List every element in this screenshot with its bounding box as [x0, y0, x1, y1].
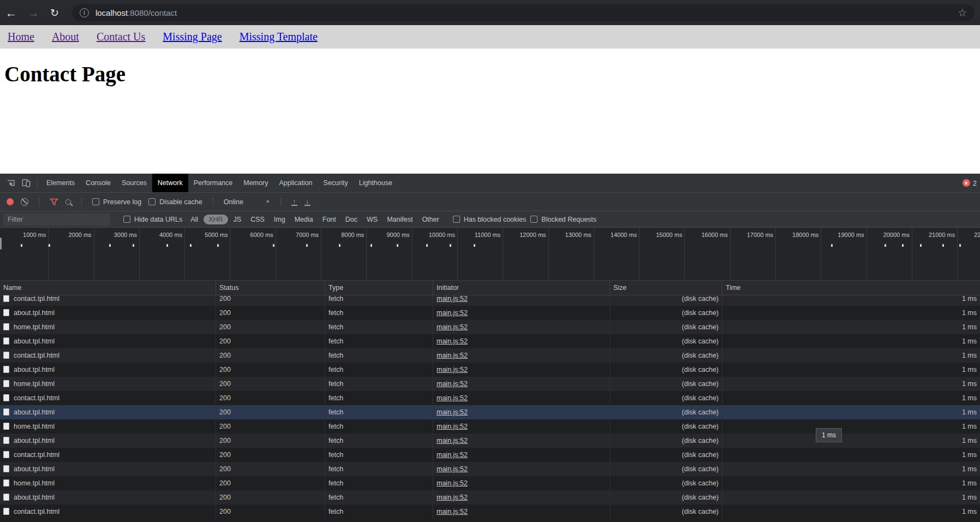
url-text[interactable]: localhost:8080/contact — [95, 8, 951, 17]
devtools-tab[interactable]: Performance — [188, 174, 238, 192]
address-bar[interactable]: i localhost:8080/contact ☆ — [72, 4, 975, 21]
nav-link[interactable]: Contact Us — [97, 31, 145, 43]
initiator-link[interactable]: main.js:52 — [437, 394, 468, 402]
request-size-cell: (disk cache) — [610, 448, 722, 462]
request-name-cell: about.tpl.html — [0, 490, 216, 505]
resource-type-filter[interactable]: All — [187, 215, 202, 224]
error-icon: × — [963, 179, 970, 187]
nav-link[interactable]: Missing Template — [240, 31, 318, 43]
blocked-requests-checkbox[interactable] — [530, 216, 537, 223]
resource-type-filter[interactable]: CSS — [247, 215, 268, 224]
request-mark — [450, 244, 451, 247]
nav-link[interactable]: Missing Page — [163, 31, 222, 43]
request-mark — [371, 244, 372, 247]
column-header[interactable]: Size — [610, 281, 722, 295]
network-request-row[interactable]: about.tpl.html 200 fetch main.js:52 (dis… — [0, 363, 980, 377]
page-info-icon[interactable]: i — [80, 8, 89, 17]
network-request-row[interactable]: contact.tpl.html 200 fetch main.js:52 (d… — [0, 505, 980, 519]
column-header[interactable]: Status — [216, 281, 325, 295]
back-icon[interactable]: ← — [5, 7, 17, 19]
initiator-link[interactable]: main.js:52 — [437, 366, 468, 373]
network-request-row[interactable]: home.tpl.html 200 fetch main.js:52 (disk… — [0, 377, 980, 391]
initiator-link[interactable]: main.js:52 — [437, 352, 468, 359]
resource-type-filter[interactable]: Manifest — [383, 215, 416, 224]
resource-type-filter[interactable]: Img — [270, 215, 289, 224]
initiator-link[interactable]: main.js:52 — [437, 465, 468, 473]
error-badge[interactable]: × 2 — [963, 179, 977, 187]
request-name: contact.tpl.html — [14, 508, 59, 515]
device-toolbar-icon[interactable] — [19, 179, 34, 187]
resource-type-filter[interactable]: WS — [363, 215, 381, 224]
initiator-link[interactable]: main.js:52 — [437, 451, 468, 459]
network-request-row[interactable]: home.tpl.html 200 fetch main.js:52 (disk… — [0, 320, 980, 334]
initiator-link[interactable]: main.js:52 — [437, 408, 468, 416]
devtools-tab[interactable]: Elements — [41, 174, 80, 192]
page-nav: Home About Contact Us Missing Page Missi… — [0, 25, 980, 49]
file-icon — [3, 465, 9, 472]
hide-data-urls-checkbox[interactable] — [123, 216, 130, 223]
network-request-row[interactable]: about.tpl.html 200 fetch main.js:52 (dis… — [0, 306, 980, 320]
timeline-column: 14000 ms — [594, 228, 640, 280]
network-request-row[interactable]: contact.tpl.html 200 fetch main.js:52 (d… — [0, 391, 980, 405]
resource-type-filter[interactable]: Doc — [342, 215, 361, 224]
initiator-link[interactable]: main.js:52 — [437, 380, 468, 388]
import-har-icon[interactable]: ↑ — [291, 198, 297, 206]
request-type-cell: fetch — [325, 462, 433, 476]
devtools-tab[interactable]: Application — [273, 174, 318, 192]
resource-type-filter[interactable]: XHR — [204, 215, 228, 224]
has-blocked-cookies-checkbox[interactable] — [453, 216, 460, 223]
throttling-dropdown[interactable]: Online ▼ — [224, 198, 270, 206]
initiator-link[interactable]: main.js:52 — [437, 479, 468, 487]
resource-type-filter[interactable]: Other — [418, 215, 443, 224]
initiator-link[interactable]: main.js:52 — [437, 309, 468, 317]
network-request-row[interactable]: about.tpl.html 200 fetch main.js:52 (dis… — [0, 405, 980, 419]
devtools-tab[interactable]: Sources — [116, 174, 152, 192]
network-request-row[interactable]: contact.tpl.html 200 fetch main.js:52 (d… — [0, 295, 980, 306]
devtools-tab[interactable]: Memory — [238, 174, 273, 192]
devtools-tab[interactable]: Network — [152, 174, 188, 192]
devtools-tab[interactable]: Console — [80, 174, 116, 192]
column-header[interactable]: Type — [325, 281, 433, 295]
network-request-row[interactable]: about.tpl.html 200 fetch main.js:52 (dis… — [0, 490, 980, 505]
network-request-row[interactable]: home.tpl.html 200 fetch main.js:52 (disk… — [0, 476, 980, 490]
network-request-row[interactable]: about.tpl.html 200 fetch main.js:52 (dis… — [0, 334, 980, 348]
network-request-row[interactable]: about.tpl.html 200 fetch main.js:52 (dis… — [0, 462, 980, 476]
request-size-cell: (disk cache) — [610, 334, 722, 348]
export-har-icon[interactable]: ↓ — [304, 198, 310, 206]
reload-icon[interactable]: ↻ — [50, 8, 59, 18]
initiator-link[interactable]: main.js:52 — [437, 437, 468, 444]
request-time-cell: 1 ms — [722, 490, 980, 505]
disable-cache-checkbox[interactable] — [148, 198, 156, 205]
devtools-tab[interactable]: Lighthouse — [354, 174, 398, 192]
network-request-row[interactable]: contact.tpl.html 200 fetch main.js:52 (d… — [0, 448, 980, 462]
timeline-column: 16000 ms — [685, 228, 730, 280]
resource-type-filter[interactable]: JS — [230, 215, 246, 224]
record-network-log-icon[interactable] — [7, 198, 14, 205]
initiator-link[interactable]: main.js:52 — [437, 423, 468, 430]
initiator-link[interactable]: main.js:52 — [437, 494, 468, 501]
resource-type-filter[interactable]: Media — [291, 215, 317, 224]
initiator-link[interactable]: main.js:52 — [437, 337, 468, 345]
network-overview-timeline[interactable]: 1000 ms 2000 ms 3000 ms 4000 ms 5000 ms — [0, 227, 980, 281]
initiator-link[interactable]: main.js:52 — [437, 295, 468, 302]
initiator-link[interactable]: main.js:52 — [437, 323, 468, 331]
preserve-log-checkbox[interactable] — [92, 198, 99, 205]
clear-network-log-icon[interactable] — [21, 198, 28, 206]
network-request-row[interactable]: contact.tpl.html 200 fetch main.js:52 (d… — [0, 348, 980, 363]
search-icon[interactable] — [65, 199, 71, 205]
bookmark-star-icon[interactable]: ☆ — [958, 7, 967, 19]
filter-input[interactable] — [3, 213, 110, 226]
nav-link[interactable]: About — [52, 31, 79, 43]
timeline-column: 11000 ms — [458, 228, 503, 280]
column-header[interactable]: Initiator — [433, 281, 610, 295]
forward-icon[interactable]: → — [28, 7, 39, 19]
initiator-link[interactable]: main.js:52 — [437, 508, 468, 515]
resource-type-filter[interactable]: Font — [319, 215, 340, 224]
filter-funnel-icon[interactable] — [50, 198, 58, 206]
column-header[interactable]: Name — [0, 281, 216, 295]
column-header[interactable]: Time — [722, 281, 980, 295]
file-icon — [3, 394, 9, 401]
devtools-tab[interactable]: Security — [318, 174, 354, 192]
inspect-element-icon[interactable] — [3, 179, 19, 187]
nav-link[interactable]: Home — [8, 31, 34, 43]
